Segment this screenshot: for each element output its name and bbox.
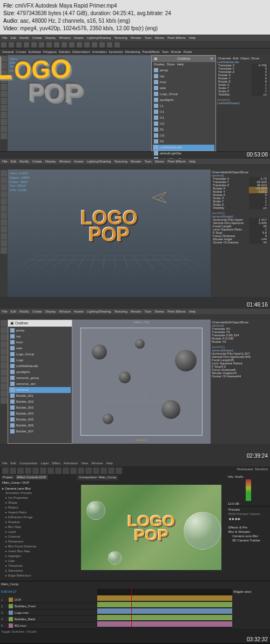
layer-bar[interactable] [97,602,232,607]
channel-box[interactable]: ChannelsEditObjectShow LeftWallHandle Tr… [216,55,270,151]
effect-property[interactable]: ▸Threshold [1,563,75,568]
info-tab[interactable]: Info [228,475,233,478]
menu-texturing[interactable]: Texturing [114,36,127,39]
layer-bar[interactable] [97,615,232,620]
effect-property[interactable]: ▸Saturation [1,568,75,573]
shelf-tab[interactable]: Surfaces [28,50,41,53]
tool-button[interactable] [1,341,7,348]
tool-button[interactable] [1,133,7,139]
layer-name[interactable]: BG.mov [15,624,96,627]
menu-file[interactable]: File [2,36,8,39]
tool-button[interactable] [85,467,92,474]
outliner-item[interactable]: top [9,334,71,340]
outliner-item[interactable]: side [153,85,214,91]
shelf-tab[interactable]: Subdivs [59,50,70,53]
tool-button[interactable] [1,226,7,233]
tool-button[interactable] [1,362,7,369]
outliner-title[interactable]: ▣ Outliner [8,320,72,327]
menu-modify[interactable]: Modify [19,310,29,313]
tool-button[interactable] [116,467,122,474]
menu-display[interactable]: Display [45,160,56,163]
outliner-item[interactable]: Bubble_001 [9,393,71,399]
timeline-layer[interactable]: 3Logo.mov [0,609,97,616]
attr-row[interactable]: Center Of Interest44 [212,241,269,244]
layer-color-swatch[interactable] [9,623,13,628]
expand-icon[interactable]: ▸ [5,530,7,533]
outliner-item[interactable]: persp [153,67,214,73]
tool-button[interactable] [1,383,7,390]
effect-property[interactable]: ▸Radius [1,505,75,510]
tool-button[interactable] [31,42,37,48]
tool-button[interactable] [1,126,7,132]
viewport[interactable]: Verts: 11375 Edges: 19855 Faces: 9955 Tr… [8,170,211,297]
tool-button[interactable] [23,42,30,48]
expand-icon[interactable]: ▸ [5,559,7,562]
menu-paint effects[interactable]: Paint Effects [167,36,186,39]
panel-tab[interactable]: Effect Controls DOF [16,475,48,479]
layer-name[interactable]: Logo.mov [15,611,96,614]
effect-item[interactable]: Camera Lens Blur [228,534,269,538]
menu-file[interactable]: File [2,310,8,313]
expand-icon[interactable]: ▸ [5,520,7,524]
tool-button[interactable] [1,327,7,334]
menu-render[interactable]: Render [131,36,141,39]
effect-property[interactable]: ▸Blur Focal Distance [1,544,75,548]
tool-button[interactable] [1,334,7,341]
layer-bar[interactable] [97,621,232,627]
shelf-tab[interactable]: Polygons [43,50,57,53]
effect-property[interactable]: ▸Rotation [1,519,75,524]
effect-property[interactable]: ▸Highlight [1,553,75,558]
tool-button[interactable] [17,467,24,474]
menu-assets[interactable]: Assets [74,310,84,313]
shelf-tab[interactable]: Muscle [171,50,181,53]
effect-property[interactable]: ▸Layer [1,529,75,534]
tool-button[interactable] [114,42,120,48]
outliner-list[interactable]: persptopfrontsideLogo_Groupspotlight1L1O… [152,66,215,164]
shelf-tab[interactable]: Curves [16,50,26,53]
outliner-item[interactable]: Bubble_003 [9,405,71,411]
expand-icon[interactable]: ▸ [5,516,7,519]
tool-button[interactable] [61,42,68,48]
menu-create[interactable]: Create [32,160,42,163]
menu-modify[interactable]: Modify [19,160,29,163]
viewport[interactable]: 1280 x 720 camera1 [72,320,211,444]
tool-button[interactable] [106,42,113,48]
panel-tab[interactable]: Project [1,475,15,479]
tool-button[interactable] [70,467,77,474]
menu-window[interactable]: Window [59,160,70,163]
expand-icon[interactable]: ▸ [5,501,7,504]
layer-color-swatch[interactable] [9,617,13,621]
menu-toon[interactable]: Toon [145,36,152,39]
attr-value[interactable]: 44 [249,241,268,244]
shelf-tab[interactable]: Animation [92,50,107,53]
menu-composition[interactable]: Composition [19,462,37,465]
attr-row[interactable]: Visibilityon [217,93,269,96]
outliner-item[interactable]: O2 [153,121,214,127]
outliner-item[interactable]: defaultLightSet [153,151,214,157]
menu-display[interactable]: Display [45,36,56,39]
effect-property[interactable]: ▸Placement [1,539,75,544]
shelf-tab[interactable]: Dynamics [109,50,123,53]
expand-icon[interactable]: ▸ [5,496,7,499]
channel-box[interactable]: ChannelsEditObjectShow camera1 Translate… [211,320,270,444]
menu-edit[interactable]: Edit [11,160,16,163]
effect-property[interactable]: ▸Invert Blur Map [1,548,75,553]
menu-assets[interactable]: Assets [74,36,84,39]
timeline[interactable] [0,444,270,460]
tool-button[interactable] [99,42,105,48]
tool-button[interactable] [91,42,98,48]
tool-button[interactable] [40,467,46,474]
outliner-item[interactable]: O1 [153,109,214,115]
workspace-selector[interactable]: Workspace: Standard [237,467,268,473]
menu-window[interactable]: Window [59,36,70,39]
tool-button[interactable] [84,42,90,48]
layer-color-swatch[interactable] [9,604,13,608]
tool-button[interactable] [1,98,7,104]
outliner-item[interactable]: Logo_Group [153,91,214,97]
menu-assets[interactable]: Assets [74,160,84,163]
tool-button[interactable] [1,119,7,125]
layer-name[interactable]: Bubbles_Front [15,605,96,608]
outliner-item[interactable]: Bubble_005 [9,417,71,423]
timeline-tab[interactable]: Main_Comp [1,582,18,588]
tool-button[interactable] [1,105,7,111]
